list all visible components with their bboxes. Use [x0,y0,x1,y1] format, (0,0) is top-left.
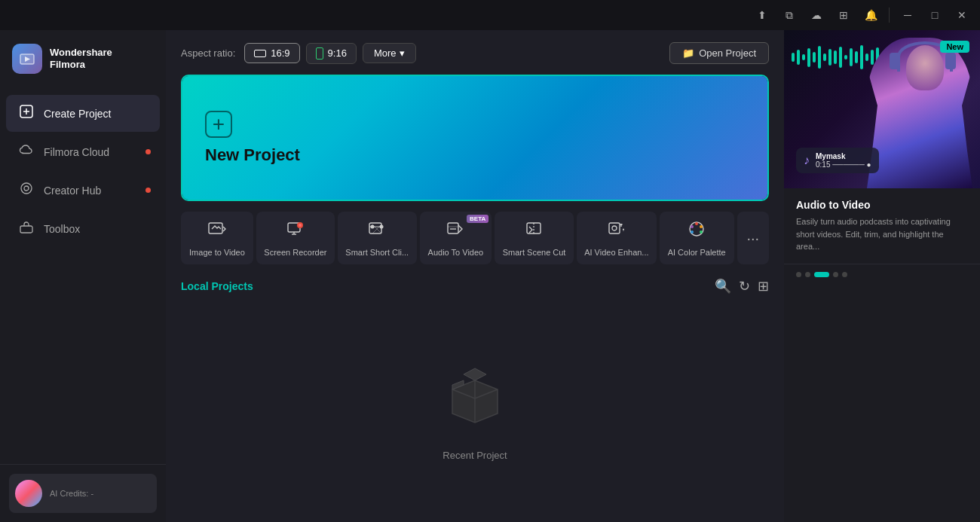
tool-screen-recorder[interactable]: Screen Recorder [256,212,335,264]
svg-rect-18 [448,223,458,234]
svg-point-29 [691,225,694,228]
aspect-ratio-group: Aspect ratio: 16:9 9:16 More ▾ [181,43,416,64]
search-icon[interactable]: 🔍 [715,278,731,295]
credits-text: AI Credits: - [50,489,93,498]
notification-dot [145,188,151,193]
tool-ai-video-enhance[interactable]: AI Video Enhan... [577,212,657,264]
promo-text: Audio to Video Easily turn audio podcast… [784,188,980,264]
svg-rect-20 [527,223,541,234]
tool-smart-scene-cut[interactable]: Smart Scene Cut [495,212,574,264]
tool-ai-color-palette[interactable]: AI Color Palette [660,212,734,264]
ai-color-palette-icon [687,219,706,243]
svg-point-11 [299,224,302,227]
svg-point-5 [21,183,32,194]
title-bar: ⬆ ⧉ ☁ ⊞ 🔔 ─ □ ✕ [0,0,980,30]
local-projects-header: Local Projects 🔍 ↻ ⊞ [181,278,769,295]
grid-icon[interactable]: ⊞ [831,3,856,27]
sidebar-item-label: Filmora Cloud [44,146,109,158]
close-icon[interactable]: ✕ [950,3,974,27]
tool-label: Smart Scene Cut [503,248,566,257]
grid-view-icon[interactable]: ⊞ [758,278,769,295]
sidebar-item-creator-hub[interactable]: Creator Hub [6,172,160,209]
audio-to-video-icon [446,219,465,243]
refresh-icon[interactable]: ↻ [739,278,750,295]
dot-3[interactable] [814,272,829,277]
sidebar-item-create-project[interactable]: Create Project [6,95,160,132]
new-project-title: New Project [205,145,745,165]
sidebar-item-label: Toolbox [44,223,80,235]
svg-rect-22 [609,223,620,234]
more-button[interactable]: More ▾ [363,43,416,63]
send-icon[interactable]: ⬆ [750,3,774,27]
svg-point-17 [380,225,384,229]
beta-badge: BETA [467,215,488,223]
user-area[interactable]: AI Credits: - [9,474,157,513]
bell-icon[interactable]: 🔔 [859,3,883,27]
svg-point-6 [24,186,29,191]
empty-state: Recent Project [181,310,769,510]
music-progress: 0:15 ────── ● [816,160,871,169]
aspect-16-9-button[interactable]: 16:9 [244,43,299,63]
dot-1[interactable] [796,272,801,277]
separator [889,8,890,23]
minimize-icon[interactable]: ─ [896,3,920,27]
tool-image-to-video[interactable]: Image to Video [181,212,253,264]
landscape-icon [254,50,266,57]
promo-dots [784,264,980,285]
new-project-gradient: + New Project [182,76,767,200]
sidebar-item-label: Creator Hub [44,185,101,197]
tool-smart-short-clip[interactable]: Smart Short Cli... [338,212,417,264]
more-label: More [374,47,397,59]
new-badge: New [940,41,969,53]
dot-2[interactable] [805,272,810,277]
new-project-area[interactable]: + New Project [181,75,769,201]
notification-dot [145,149,151,154]
cloud-upload-icon[interactable]: ☁ [804,3,828,27]
music-title: Mymask [816,152,871,160]
dot-5[interactable] [842,272,847,277]
promo-card-background: ♪ Mymask 0:15 ────── ● New [784,30,980,188]
top-bar: Aspect ratio: 16:9 9:16 More ▾ 📁 Open Pr… [181,42,769,64]
promo-card: ♪ Mymask 0:15 ────── ● New Audio to Vide… [784,30,980,285]
sidebar-item-filmora-cloud[interactable]: Filmora Cloud [6,133,160,170]
tool-label: Audio To Video [428,248,484,257]
music-note-icon: ♪ [804,154,810,167]
sidebar-bottom: AI Credits: - [0,464,166,522]
promo-heading: Audio to Video [796,199,968,211]
chevron-down-icon: ▾ [400,47,405,59]
toolbox-icon [18,219,35,238]
sidebar-item-toolbox[interactable]: Toolbox [6,210,160,247]
svg-point-28 [691,230,694,234]
sidebar-nav: Create Project Filmora Cloud [0,87,166,464]
svg-point-23 [612,226,617,230]
tool-more-button[interactable]: ··· [737,212,769,264]
dot-4[interactable] [833,272,838,277]
image-to-video-icon [207,219,227,243]
creator-hub-icon [18,181,35,200]
smart-scene-cut-icon [525,219,544,243]
open-project-button[interactable]: 📁 Open Project [669,42,769,64]
music-info: Mymask 0:15 ────── ● [816,152,871,169]
tools-row: Image to Video Screen Recorder [181,212,769,264]
music-card: ♪ Mymask 0:15 ────── ● [796,148,879,173]
tool-label: Image to Video [189,248,245,257]
sidebar-logo: Wondershare Filmora [0,30,166,87]
aspect-ratio-label: Aspect ratio: [181,47,235,59]
tool-label: Screen Recorder [264,248,326,257]
cloud-icon [18,142,35,161]
maximize-icon[interactable]: □ [923,3,947,27]
copy-icon[interactable]: ⧉ [777,3,801,27]
header-actions: 🔍 ↻ ⊞ [715,278,769,295]
svg-point-16 [371,225,375,229]
svg-point-27 [700,230,703,234]
logo-icon [12,44,42,74]
tool-label: AI Video Enhan... [584,248,648,257]
create-project-icon [18,104,35,123]
svg-rect-7 [20,226,32,233]
tool-label: Smart Short Cli... [345,248,409,257]
ellipsis-icon: ··· [746,230,759,247]
aspect-9-16-button[interactable]: 9:16 [306,43,357,64]
ai-video-enhance-icon [607,219,626,243]
open-project-label: Open Project [699,47,756,59]
tool-audio-to-video[interactable]: BETA Audio To Video [420,212,492,264]
